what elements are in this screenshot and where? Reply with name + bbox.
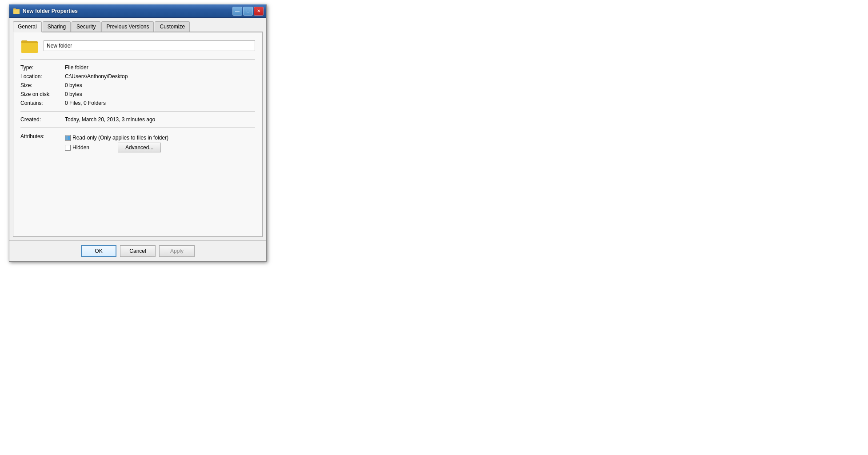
- prop-value-size-on-disk: 0 bytes: [65, 90, 255, 99]
- cancel-button[interactable]: Cancel: [120, 245, 156, 257]
- prop-label-location: Location:: [20, 72, 65, 81]
- advanced-button[interactable]: Advanced...: [118, 143, 161, 152]
- title-controls: — □ ✕: [232, 7, 264, 16]
- prop-value-contains: 0 Files, 0 Folders: [65, 99, 255, 108]
- prop-label-type: Type:: [20, 63, 65, 72]
- prop-value-size: 0 bytes: [65, 81, 255, 90]
- hidden-checkbox[interactable]: [65, 145, 71, 151]
- title-bar-left: New folder Properties: [13, 8, 78, 15]
- minimize-button[interactable]: —: [232, 7, 242, 16]
- title-bar: New folder Properties — □ ✕: [9, 4, 266, 18]
- ok-button[interactable]: OK: [81, 245, 116, 257]
- readonly-checkbox[interactable]: [65, 135, 71, 141]
- table-row: Size: 0 bytes: [20, 81, 255, 90]
- prop-value-type: File folder: [65, 63, 255, 72]
- separator-2: [20, 111, 255, 112]
- tab-content-general: Type: File folder Location: C:\Users\Ant…: [13, 32, 263, 237]
- tab-general[interactable]: General: [13, 21, 42, 32]
- dialog-footer: OK Cancel Apply: [9, 240, 266, 261]
- separator-1: [20, 59, 255, 60]
- attributes-label: Attributes:: [20, 132, 65, 156]
- attributes-section: Read-only (Only applies to files in fold…: [65, 135, 255, 152]
- attr-row-readonly: Read-only (Only applies to files in fold…: [65, 135, 255, 141]
- folder-name-input[interactable]: [44, 40, 255, 51]
- readonly-label: Read-only (Only applies to files in fold…: [72, 135, 168, 141]
- created-value: Today, March 20, 2013, 3 minutes ago: [65, 115, 255, 124]
- title-folder-icon: [13, 8, 20, 15]
- table-row: Created: Today, March 20, 2013, 3 minute…: [20, 115, 255, 124]
- folder-large-icon: [20, 38, 38, 54]
- folder-header: [20, 38, 255, 54]
- apply-button[interactable]: Apply: [159, 245, 195, 257]
- table-row: Type: File folder: [20, 63, 255, 72]
- table-row: Size on disk: 0 bytes: [20, 90, 255, 99]
- dialog-body: General Sharing Security Previous Versio…: [9, 18, 266, 240]
- tabs-container: General Sharing Security Previous Versio…: [13, 21, 263, 32]
- dialog-window: New folder Properties — □ ✕ General Shar…: [9, 4, 267, 262]
- prop-label-size-on-disk: Size on disk:: [20, 90, 65, 99]
- tab-previous-versions[interactable]: Previous Versions: [101, 21, 154, 32]
- attr-row-hidden: Hidden Advanced...: [65, 143, 255, 152]
- tab-security[interactable]: Security: [72, 21, 100, 32]
- separator-3: [20, 128, 255, 128]
- close-button[interactable]: ✕: [254, 7, 264, 16]
- desktop: New folder Properties — □ ✕ General Shar…: [0, 0, 868, 455]
- tab-sharing[interactable]: Sharing: [43, 21, 71, 32]
- properties-table: Type: File folder Location: C:\Users\Ant…: [20, 63, 255, 108]
- maximize-button[interactable]: □: [243, 7, 253, 16]
- prop-label-size: Size:: [20, 81, 65, 90]
- attributes-values: Read-only (Only applies to files in fold…: [65, 132, 255, 156]
- hidden-label: Hidden: [72, 144, 89, 151]
- prop-label-contains: Contains:: [20, 99, 65, 108]
- created-table: Created: Today, March 20, 2013, 3 minute…: [20, 115, 255, 124]
- table-row: Contains: 0 Files, 0 Folders: [20, 99, 255, 108]
- table-row: Location: C:\Users\Anthony\Desktop: [20, 72, 255, 81]
- table-row: Attributes: Read-only (Only applies to f…: [20, 132, 255, 156]
- created-label: Created:: [20, 115, 65, 124]
- tab-customize[interactable]: Customize: [155, 21, 190, 32]
- attributes-table: Attributes: Read-only (Only applies to f…: [20, 132, 255, 156]
- window-title: New folder Properties: [23, 8, 78, 14]
- prop-value-location: C:\Users\Anthony\Desktop: [65, 72, 255, 81]
